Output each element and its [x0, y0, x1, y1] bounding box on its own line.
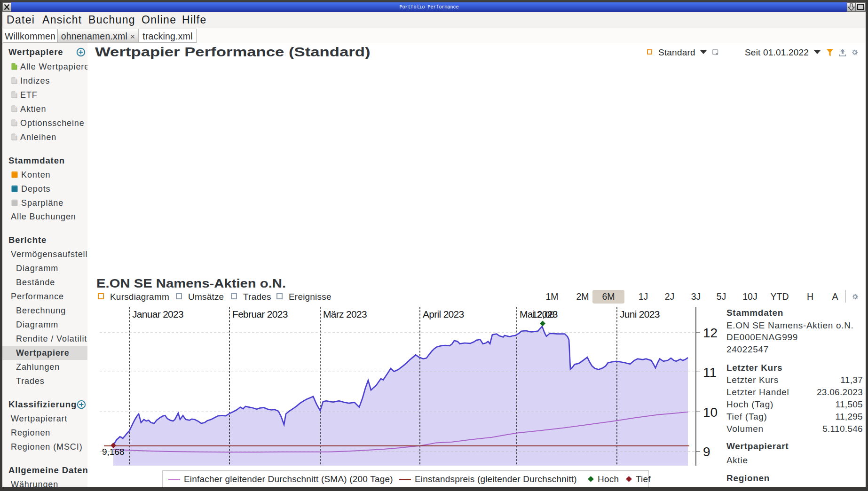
svg-text:9,168: 9,168	[102, 447, 125, 457]
svg-text:April 2023: April 2023	[423, 309, 464, 320]
svg-text:12: 12	[703, 326, 718, 340]
svg-text:Januar 2023: Januar 2023	[132, 309, 183, 320]
svg-text:Juni 2023: Juni 2023	[620, 309, 660, 320]
svg-text:Februar 2023: Februar 2023	[232, 309, 288, 320]
svg-text:12,08: 12,08	[532, 310, 555, 320]
svg-text:März 2023: März 2023	[323, 309, 367, 320]
svg-text:9: 9	[703, 444, 710, 459]
svg-text:10: 10	[703, 405, 718, 420]
svg-text:11: 11	[703, 365, 717, 380]
